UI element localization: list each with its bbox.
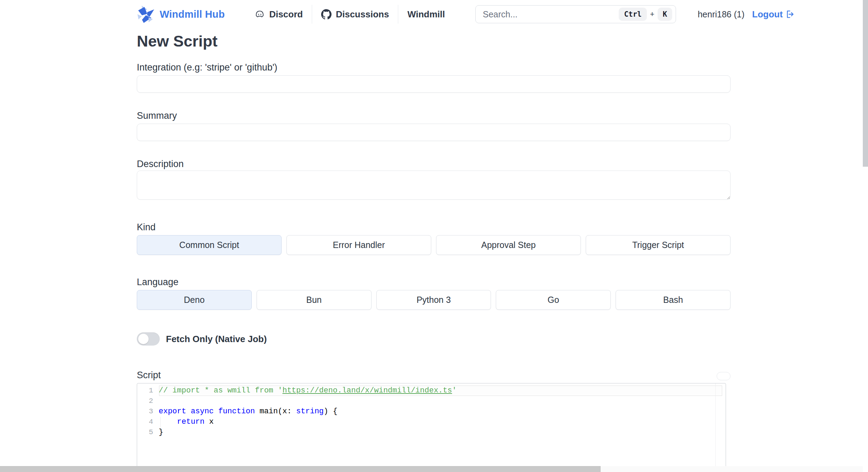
line-number: 1 xyxy=(137,386,159,396)
integration-label: Integration (e.g: 'stripe' or 'github') xyxy=(137,62,731,73)
code-line[interactable]: 4 return x xyxy=(137,417,726,427)
summary-label: Summary xyxy=(137,110,731,121)
kind-label: Kind xyxy=(137,222,731,232)
fetch-only-label: Fetch Only (Native Job) xyxy=(166,334,267,345)
editor-toggle[interactable] xyxy=(717,372,731,380)
code-line[interactable]: 3export async function main(x: string) { xyxy=(137,406,726,417)
kind-option-trigger-script[interactable]: Trigger Script xyxy=(586,235,731,255)
code-line[interactable]: 1// import * as wmill from 'https://deno… xyxy=(137,386,726,396)
horizontal-scrollbar-thumb[interactable] xyxy=(0,466,601,472)
search-box[interactable]: Ctrl + K xyxy=(475,5,676,23)
nav-divider xyxy=(312,5,312,24)
user-area: henri186 (1) Logout xyxy=(698,9,795,20)
page-title: New Script xyxy=(137,33,731,49)
kind-option-common-script[interactable]: Common Script xyxy=(137,235,282,255)
toggle-knob xyxy=(138,334,149,344)
horizontal-scrollbar[interactable] xyxy=(0,466,863,472)
header: Windmill Hub Discord Discussions Windmil… xyxy=(0,0,868,28)
search-input[interactable] xyxy=(483,9,619,19)
kind-option-approval-step[interactable]: Approval Step xyxy=(436,235,581,255)
language-label: Language xyxy=(137,277,731,287)
kbd-ctrl: Ctrl xyxy=(619,8,647,21)
brand-link[interactable]: Windmill Hub xyxy=(137,5,225,24)
header-nav: Discord Discussions Windmill xyxy=(254,5,445,24)
description-label: Description xyxy=(137,159,731,169)
nav-item-windmill[interactable]: Windmill xyxy=(407,9,445,20)
language-options: Deno Bun Python 3 Go Bash xyxy=(137,290,731,310)
code-text: export async function main(x: string) { xyxy=(159,406,337,417)
vertical-scrollbar-thumb[interactable] xyxy=(863,0,868,167)
windmill-logo-icon xyxy=(137,5,155,24)
editor-code-area: 1// import * as wmill from 'https://deno… xyxy=(137,386,726,438)
script-header-row: Script xyxy=(137,370,731,380)
discord-icon xyxy=(254,9,265,19)
logout-label: Logout xyxy=(752,9,783,20)
editor-scrollbar-divider xyxy=(715,383,716,472)
code-line[interactable]: 5} xyxy=(137,427,726,438)
line-number: 2 xyxy=(137,396,159,406)
kbd-separator: + xyxy=(650,10,654,19)
code-text: return x xyxy=(159,417,214,427)
line-number: 4 xyxy=(137,417,159,427)
kbd-k: K xyxy=(658,8,673,21)
nav-item-label: Discord xyxy=(269,9,303,20)
github-icon xyxy=(321,9,332,19)
code-text: } xyxy=(159,427,163,438)
code-text: // import * as wmill from 'https://deno.… xyxy=(159,386,457,396)
brand-name: Windmill Hub xyxy=(160,9,225,20)
description-textarea[interactable] xyxy=(137,171,731,200)
language-option-deno[interactable]: Deno xyxy=(137,290,252,310)
fetch-only-row: Fetch Only (Native Job) xyxy=(137,332,731,346)
line-number: 5 xyxy=(137,427,159,438)
username: henri186 (1) xyxy=(698,9,744,19)
nav-item-discussions[interactable]: Discussions xyxy=(321,9,389,20)
nav-divider xyxy=(398,5,398,24)
language-option-bash[interactable]: Bash xyxy=(616,290,731,310)
summary-input[interactable] xyxy=(137,124,731,141)
integration-input[interactable] xyxy=(137,75,731,93)
script-label: Script xyxy=(137,370,161,380)
language-option-go[interactable]: Go xyxy=(496,290,611,310)
code-editor[interactable]: 1// import * as wmill from 'https://deno… xyxy=(137,383,726,472)
main-content: New Script Integration (e.g: 'stripe' or… xyxy=(137,33,731,472)
fetch-only-toggle[interactable] xyxy=(137,332,160,346)
kind-options: Common Script Error Handler Approval Ste… xyxy=(137,235,731,255)
language-option-python3[interactable]: Python 3 xyxy=(376,290,491,310)
nav-item-label: Windmill xyxy=(407,9,445,20)
nav-item-discord[interactable]: Discord xyxy=(254,9,303,20)
nav-item-label: Discussions xyxy=(336,9,389,20)
language-option-bun[interactable]: Bun xyxy=(257,290,372,310)
code-line[interactable]: 2 xyxy=(137,396,726,406)
logout-button[interactable]: Logout xyxy=(752,9,795,20)
kind-option-error-handler[interactable]: Error Handler xyxy=(286,235,431,255)
logout-icon xyxy=(785,9,795,19)
line-number: 3 xyxy=(137,406,159,417)
